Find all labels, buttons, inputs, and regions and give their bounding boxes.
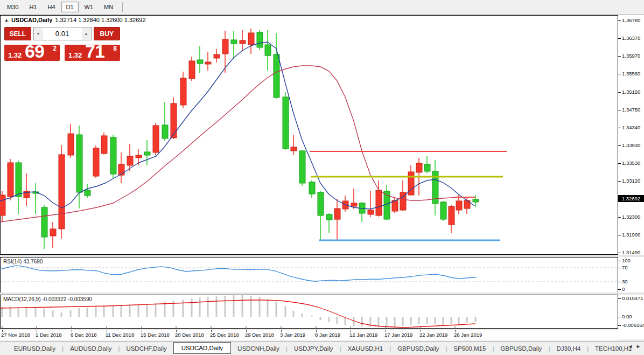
- volume-input[interactable]: [43, 27, 82, 40]
- macd-axis-label: 0.00: [622, 314, 632, 319]
- bull-candle: [93, 145, 99, 178]
- time-axis-label: 22 Jan 2019: [419, 332, 447, 338]
- time-axis-label: 12 Jan 2019: [349, 332, 377, 338]
- symbol-tab-sp500[interactable]: SP500,M15: [447, 343, 492, 354]
- price-axis-label: 1.31900: [622, 232, 640, 238]
- price-axis-label: 1.36370: [622, 35, 640, 41]
- price-axis-tick: [618, 20, 621, 21]
- rsi-panel-canvas: [0, 257, 618, 293]
- macd-panel-canvas: [0, 295, 618, 329]
- symbol-tab-eurusd[interactable]: EURUSD,Daily: [8, 343, 62, 354]
- tab-scroll-right-icon[interactable]: ►: [636, 344, 641, 349]
- macd-indicator-label: MACD(12,26,9) -0.003322 -0.003590: [3, 296, 92, 302]
- timeframe-toolbar: M30H1H4D1W1MN: [0, 0, 644, 15]
- timeframe-button-mn[interactable]: MN: [99, 2, 118, 12]
- symbol-tab-usdcnh[interactable]: USDCNH,Daily: [231, 343, 286, 354]
- bid-price-pip-digit: 2: [53, 45, 57, 52]
- chart-symbol-label: USDCAD,Daily: [11, 17, 52, 23]
- bid-price-big-digits: 69: [25, 41, 44, 62]
- timeframe-button-m30[interactable]: M30: [2, 2, 23, 12]
- time-axis-label: 27 Nov 2018: [1, 332, 30, 338]
- symbol-tab-gbpusd[interactable]: GBPUSD,Daily: [391, 343, 445, 354]
- panel-splitter-macd[interactable]: [0, 293, 644, 295]
- time-axis-label: 3 Jan 2019: [280, 332, 305, 338]
- time-axis-label: 29 Dec 2018: [245, 332, 274, 338]
- timeframe-button-d1[interactable]: D1: [61, 2, 79, 12]
- symbol-tab-audusd[interactable]: AUDUSD,Daily: [64, 343, 118, 354]
- rsi-axis-label: 100: [622, 257, 631, 263]
- price-axis-label: 1.36780: [622, 17, 640, 23]
- bear-candle: [299, 150, 305, 186]
- price-axis-tick: [618, 56, 621, 57]
- price-axis-label: 1.33530: [622, 160, 640, 166]
- panel-splitter-rsi[interactable]: [0, 255, 644, 257]
- timeframe-button-h4[interactable]: H4: [43, 2, 60, 12]
- price-axis-tick: [618, 38, 621, 39]
- macd-axis-label: 0.010471: [622, 295, 643, 301]
- ask-price-big-digits: 71: [85, 41, 104, 62]
- volume-increase-button[interactable]: ▲: [82, 27, 91, 40]
- chart-ohlc-values: 1.32714 1.32840 1.32600 1.32692: [55, 17, 145, 23]
- bull-candle: [8, 159, 13, 200]
- price-axis-tick: [618, 253, 621, 253]
- timeframe-button-h1[interactable]: H1: [24, 2, 41, 12]
- time-axis-label: 8 Jan 2019: [315, 332, 340, 338]
- price-axis-tick: [618, 74, 621, 74]
- tab-scroll-left-icon[interactable]: ◄: [628, 344, 633, 349]
- price-axis-label: 1.33930: [622, 142, 640, 148]
- tab-scroll-arrows: ◄ ►: [628, 344, 641, 349]
- price-axis-label: 1.32300: [622, 214, 640, 220]
- macd-axis-tick: [618, 298, 621, 299]
- rsi-axis-label: 70: [622, 264, 628, 270]
- symbol-tab-bar: EURUSD,Daily|AUDUSD,Daily|USDCHF,DailyUS…: [0, 341, 644, 355]
- ask-price-box[interactable]: 1.32 71 8: [65, 45, 120, 61]
- time-axis-label: 17 Jan 2019: [384, 332, 412, 338]
- price-axis-tick: [618, 145, 621, 146]
- symbol-tab-gbpusd[interactable]: GBPUSD,Daily: [494, 343, 548, 354]
- time-axis-label: 26 Jan 2019: [454, 332, 482, 338]
- price-axis-label: 1.34750: [622, 107, 640, 113]
- chart-symbol-header: ▲ USDCAD,Daily 1.32714 1.32840 1.32600 1…: [4, 17, 146, 23]
- price-axis-label: 1.35970: [622, 53, 640, 59]
- rsi-axis-label: 0: [622, 286, 625, 292]
- timeframe-button-w1[interactable]: W1: [80, 2, 99, 12]
- rsi-axis-tick: [618, 261, 621, 261]
- macd-axis-tick: [618, 325, 621, 326]
- time-axis-label: 6 Dec 2018: [71, 332, 97, 338]
- symbol-tab-usdcad-active[interactable]: USDCAD,Daily: [173, 342, 231, 354]
- price-axis-tick: [618, 128, 621, 128]
- trading-terminal-window: M30H1H4D1W1MN ▲ USDCAD,Daily 1.32714 1.3…: [0, 0, 644, 355]
- bear-candle: [110, 135, 116, 178]
- volume-decrease-button[interactable]: ▼: [34, 27, 43, 40]
- symbol-tab-dj30[interactable]: DJ30,H4: [550, 343, 587, 354]
- price-axis-label: 1.34340: [622, 124, 640, 130]
- ask-price-pip-digit: 8: [113, 45, 117, 52]
- buy-button[interactable]: BUY: [94, 27, 121, 40]
- bid-price-box[interactable]: 1.32 69 2: [4, 45, 60, 61]
- bear-candle: [440, 201, 446, 221]
- time-axis-label: 11 Dec 2018: [106, 332, 134, 338]
- price-axis-tick: [618, 110, 621, 110]
- ask-price-prefix: 1.32: [68, 51, 82, 59]
- sell-button[interactable]: SELL: [4, 27, 31, 40]
- bull-candle: [171, 98, 177, 139]
- bear-candle: [283, 92, 289, 150]
- bull-candle: [59, 145, 65, 239]
- symbol-tab-usdchf[interactable]: USDCHF,Daily: [120, 343, 173, 354]
- collapse-triangle-icon[interactable]: ▲: [4, 18, 9, 23]
- time-axis-label: 1 Dec 2018: [36, 332, 62, 338]
- macd-axis-label: -0.006164: [622, 322, 644, 328]
- toolbar-divider: [122, 2, 123, 12]
- price-axis: 1.367801.363701.359701.355601.351501.347…: [618, 0, 644, 355]
- rsi-indicator-label: RSI(14) 43.7690: [3, 259, 43, 264]
- price-axis-label: 1.35150: [622, 89, 640, 95]
- bull-candle: [101, 133, 107, 155]
- price-axis-label: 1.35560: [622, 71, 640, 76]
- rsi-axis-label: 30: [622, 279, 628, 284]
- price-axis-tick: [618, 181, 621, 182]
- symbol-tab-usdjpy[interactable]: USDJPY,Daily: [288, 343, 340, 354]
- symbol-tab-xauusd[interactable]: XAUUSD,H1: [341, 343, 389, 354]
- time-axis-label: 25 Dec 2018: [210, 332, 239, 338]
- one-click-trade-panel: SELL ▼ ▲ BUY 1.32 69 2 1.32 71 8: [4, 27, 120, 61]
- time-axis-label: 15 Dec 2018: [141, 332, 170, 338]
